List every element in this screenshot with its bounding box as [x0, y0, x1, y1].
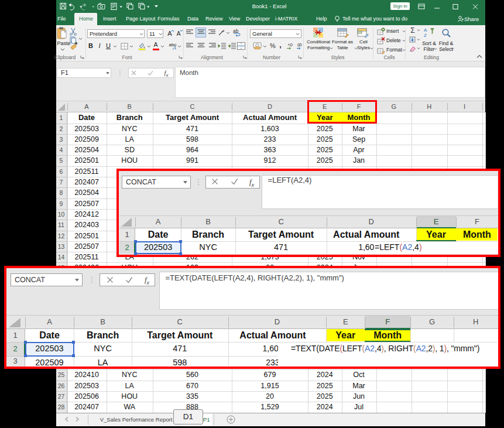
svg-text:A: A	[424, 28, 427, 33]
svg-text:Z: Z	[424, 33, 427, 38]
